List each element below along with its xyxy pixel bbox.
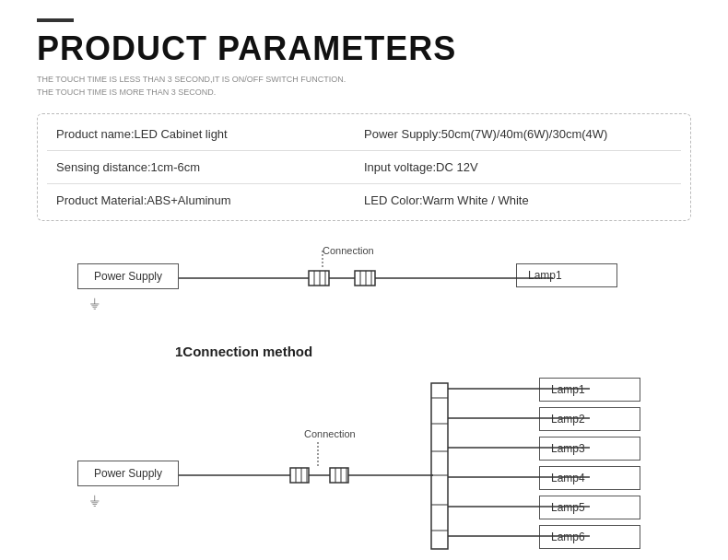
params-row-1: Product name:LED Cabinet light Power Sup… — [47, 118, 681, 151]
params-cell-3-left: Product Material:ABS+Aluminum — [56, 193, 364, 207]
svg-rect-24 — [431, 383, 448, 549]
diagram1-method-label: 1Connection method — [175, 344, 691, 359]
svg-rect-13 — [290, 468, 309, 483]
page-title: PRODUCT PARAMETERS — [37, 29, 691, 68]
diagram1-section: Connection Power Supply ⏚ Lamp1 — [37, 243, 691, 359]
params-cell-3-right: LED Color:Warm White / White — [364, 193, 672, 207]
diagram1-svg — [37, 243, 691, 340]
params-cell-2-left: Sensing distance:1cm-6cm — [56, 160, 364, 174]
params-cell-1-right: Power Supply:50cm(7W)/40m(6W)/30cm(4W) — [364, 127, 672, 141]
params-row-2: Sensing distance:1cm-6cm Input voltage:D… — [47, 151, 681, 184]
params-row-3: Product Material:ABS+Aluminum LED Color:… — [47, 184, 681, 216]
diagram2-section: Connection Power Supply ⏚ Lamp1 Lamp2 La… — [37, 378, 691, 560]
svg-rect-6 — [355, 271, 375, 286]
diagram2-svg — [37, 378, 691, 560]
params-table: Product name:LED Cabinet light Power Sup… — [37, 113, 691, 221]
header-line — [37, 18, 74, 22]
subtitle: THE TOUCH TIME IS LESS THAN 3 SECOND,IT … — [37, 74, 691, 99]
svg-rect-1 — [309, 271, 329, 286]
params-cell-2-right: Input voltage:DC 12V — [364, 160, 672, 174]
svg-rect-18 — [330, 468, 348, 483]
params-cell-1-left: Product name:LED Cabinet light — [56, 127, 364, 141]
